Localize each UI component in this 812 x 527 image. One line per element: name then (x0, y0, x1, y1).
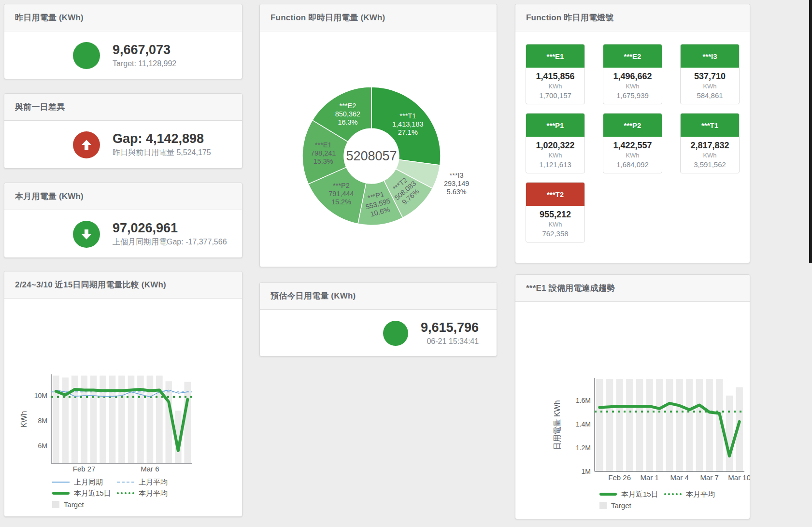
y-axis-title: 日用電量 KWh (553, 400, 561, 450)
target-bar[interactable] (636, 379, 643, 471)
light-tile[interactable]: ***E1 1,415,856 KWh 1,700,157 (526, 44, 585, 104)
green-thick-icon (52, 492, 70, 495)
gray-box-icon (52, 501, 59, 508)
y-tick-label: 10M (34, 392, 47, 399)
green-dot-icon (117, 492, 134, 494)
panel-title: ***E1 設備用電達成趨勢 (526, 283, 615, 294)
light-tile[interactable]: ***T2 955,212 KWh 762,358 (526, 182, 585, 242)
arrow-down-icon (79, 227, 94, 242)
target-bar[interactable] (147, 376, 154, 463)
scrollbar-track[interactable] (809, 0, 812, 527)
blue-dash-icon (117, 482, 134, 483)
card-day-gap: 與前一日差異 Gap: 4,142,898 昨日與前日用電量 5,524,175 (4, 93, 242, 169)
light-tile-target: 3,591,562 (681, 160, 739, 169)
donut-slice-label: ***I3293,1495.63% (444, 171, 469, 196)
panel-header[interactable]: 昨日用電量 (KWh) (4, 4, 242, 31)
target-bar[interactable] (656, 379, 663, 471)
legend-label: 本月平均 (139, 489, 168, 498)
panel-header[interactable]: Function 即時日用電量 (KWh) (260, 4, 497, 31)
panel-header[interactable]: Function 昨日用電燈號 (515, 4, 750, 31)
donut-center-total: 5208057 (346, 149, 397, 163)
x-tick-label: Mar 4 (670, 473, 688, 482)
target-bar[interactable] (53, 376, 59, 463)
panel-header[interactable]: 與前一日差異 (4, 94, 242, 121)
target-bar[interactable] (686, 379, 693, 471)
legend-item[interactable]: Target (52, 500, 117, 509)
stat-subtext: Target: 11,128,992 (113, 59, 176, 68)
legend-label: 本月近15日 (74, 489, 111, 498)
stat-value: 9,667,073 (113, 43, 176, 57)
light-tile[interactable]: ***I3 537,710 KWh 584,861 (680, 44, 740, 104)
light-tile-header: ***T2 (526, 183, 584, 206)
target-bar[interactable] (606, 379, 613, 471)
light-tile-value: 1,020,322 (526, 141, 584, 151)
y-tick-label: 6M (38, 442, 47, 450)
light-tile[interactable]: ***T1 2,817,832 KWh 3,591,562 (680, 113, 740, 173)
target-bar[interactable] (100, 376, 106, 463)
dashboard: 昨日用電量 (KWh) 9,667,073 Target: 11,128,992… (0, 0, 812, 527)
light-tile[interactable]: ***P2 1,422,557 KWh 1,684,092 (603, 113, 662, 173)
status-circle (73, 42, 100, 69)
target-bar[interactable] (696, 379, 703, 471)
legend-item[interactable]: 上月同期 (52, 478, 117, 487)
target-bar[interactable] (626, 379, 633, 471)
target-bar[interactable] (109, 376, 116, 463)
y-tick-label: 1M (582, 468, 591, 475)
card-yesterday-usage: 昨日用電量 (KWh) 9,667,073 Target: 11,128,992 (4, 4, 242, 79)
panel-header[interactable]: 本月用電量 (KWh) (4, 183, 242, 210)
legend-item[interactable]: 本月近15日 (599, 490, 664, 499)
panel-header[interactable]: ***E1 設備用電達成趨勢 (515, 275, 750, 302)
target-bar[interactable] (166, 381, 172, 463)
light-tile[interactable]: ***P1 1,020,322 KWh 1,121,613 (526, 113, 585, 173)
light-tile-header: ***E2 (603, 44, 662, 68)
target-bar[interactable] (62, 377, 69, 463)
stat-value: Gap: 4,142,898 (113, 131, 211, 146)
legend-item[interactable]: 上月平均 (117, 478, 182, 487)
y-tick-label: 1.6M (576, 397, 591, 404)
light-tile-header: ***P1 (526, 114, 584, 137)
green-dot-icon (664, 493, 682, 495)
card-estimate-today: 預估今日用電量 (KWh) 9,615,796 06-21 15:34:41 (259, 282, 497, 356)
stat-subtext: 06-21 15:34:41 (421, 337, 479, 346)
target-bar[interactable] (646, 379, 653, 471)
target-bar[interactable] (616, 379, 623, 471)
donut-chart: ***T11,413,18327.1%***I3293,1495.63%***T… (260, 31, 497, 267)
target-bar[interactable] (118, 376, 125, 463)
legend-row: 本月近15日本月平均 (52, 488, 182, 498)
panel-header[interactable]: 2/24~3/10 近15日同期用電量比較 (KWh) (4, 271, 242, 299)
x-tick-label: Mar 10 (728, 473, 750, 482)
light-tile-unit: KWh (603, 83, 662, 90)
target-bar[interactable] (184, 382, 191, 463)
target-bar[interactable] (676, 379, 683, 471)
panel-title: Function 即時日用電量 (KWh) (271, 12, 385, 23)
card-function-lights: Function 昨日用電燈號 ***E1 1,415,856 KWh 1,70… (515, 4, 750, 263)
arrow-up-icon (79, 138, 94, 152)
scrollbar-thumb[interactable] (809, 0, 812, 263)
light-tile-target: 584,861 (681, 91, 739, 100)
panel-title: 本月用電量 (KWh) (15, 191, 84, 202)
blue-line-icon (52, 482, 70, 483)
legend-item[interactable]: 本月平均 (117, 489, 182, 498)
y-tick-label: 1.2M (576, 444, 591, 452)
target-bar[interactable] (726, 396, 733, 471)
light-tiles-grid: ***E1 1,415,856 KWh 1,700,157 ***E2 1,49… (515, 31, 750, 242)
card-e1-trend-chart: ***E1 設備用電達成趨勢 1M1.2M1.4M1.6MFeb 26Mar 1… (515, 274, 750, 519)
x-tick-label: Feb 27 (73, 465, 96, 473)
panel-title: Function 昨日用電燈號 (526, 12, 613, 23)
light-tile-target: 1,684,092 (603, 160, 662, 169)
light-tile-unit: KWh (526, 221, 584, 228)
legend-row: 本月近15日本月平均 (599, 489, 729, 499)
x-tick-label: Mar 6 (141, 465, 159, 473)
light-tile-target: 1,121,613 (526, 160, 584, 169)
target-bar[interactable] (666, 379, 673, 471)
stat-value: 9,615,796 (421, 320, 479, 335)
stat-subtext: 昨日與前日用電量 5,524,175 (113, 148, 211, 158)
panel-header[interactable]: 預估今日用電量 (KWh) (260, 283, 497, 310)
legend-item[interactable]: Target (599, 501, 664, 510)
target-bar[interactable] (596, 379, 603, 471)
target-bar[interactable] (706, 379, 712, 471)
light-tile[interactable]: ***E2 1,496,662 KWh 1,675,939 (603, 44, 662, 104)
legend-item[interactable]: 本月平均 (664, 490, 729, 499)
trend-chart: 1M1.2M1.4M1.6MFeb 26Mar 1Mar 4Mar 7Mar 1… (515, 302, 750, 519)
legend-item[interactable]: 本月近15日 (52, 489, 117, 498)
